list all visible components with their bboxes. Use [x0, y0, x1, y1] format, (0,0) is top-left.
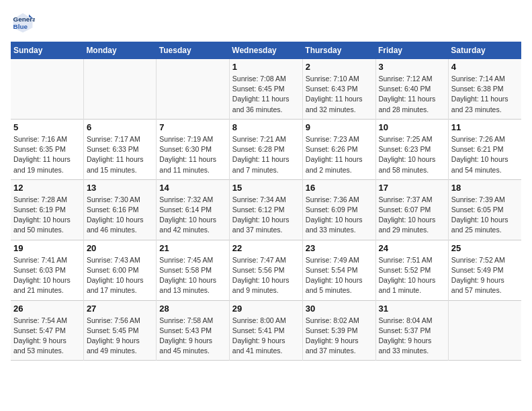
weekday-header-tuesday: Tuesday	[157, 42, 230, 59]
calendar-cell: 22Sunrise: 7:47 AM Sunset: 5:56 PM Dayli…	[229, 240, 302, 300]
day-number: 2	[306, 62, 373, 72]
calendar-cell: 14Sunrise: 7:32 AM Sunset: 6:14 PM Dayli…	[157, 179, 230, 240]
day-info: Sunrise: 7:17 AM Sunset: 6:33 PM Dayligh…	[87, 134, 153, 175]
day-info: Sunrise: 7:45 AM Sunset: 5:58 PM Dayligh…	[159, 255, 226, 296]
weekday-header-saturday: Saturday	[448, 42, 521, 59]
day-number: 26	[13, 304, 81, 314]
day-number: 22	[232, 243, 300, 253]
day-info: Sunrise: 8:02 AM Sunset: 5:39 PM Dayligh…	[306, 316, 373, 357]
day-info: Sunrise: 7:14 AM Sunset: 6:38 PM Dayligh…	[451, 74, 519, 115]
day-number: 14	[159, 183, 226, 193]
day-number: 8	[232, 122, 300, 132]
calendar-cell	[157, 59, 230, 119]
calendar-cell: 28Sunrise: 7:58 AM Sunset: 5:43 PM Dayli…	[157, 300, 230, 361]
calendar-cell: 26Sunrise: 7:54 AM Sunset: 5:47 PM Dayli…	[11, 300, 83, 361]
day-info: Sunrise: 7:19 AM Sunset: 6:30 PM Dayligh…	[159, 134, 226, 175]
svg-text:Blue: Blue	[13, 23, 28, 30]
weekday-header-wednesday: Wednesday	[229, 42, 302, 59]
calendar-cell: 29Sunrise: 8:00 AM Sunset: 5:41 PM Dayli…	[229, 300, 302, 361]
day-number: 9	[306, 122, 373, 132]
day-number: 11	[451, 122, 519, 132]
calendar-cell: 4Sunrise: 7:14 AM Sunset: 6:38 PM Daylig…	[448, 59, 521, 119]
day-info: Sunrise: 7:54 AM Sunset: 5:47 PM Dayligh…	[13, 316, 81, 357]
calendar-cell: 17Sunrise: 7:37 AM Sunset: 6:07 PM Dayli…	[375, 179, 448, 240]
day-number: 10	[379, 122, 445, 132]
day-number: 23	[306, 243, 373, 253]
day-number: 7	[159, 122, 226, 132]
day-number: 4	[451, 62, 519, 72]
weekday-header-sunday: Sunday	[11, 42, 83, 59]
weekday-header-thursday: Thursday	[302, 42, 375, 59]
day-info: Sunrise: 8:00 AM Sunset: 5:41 PM Dayligh…	[232, 316, 300, 357]
weekday-header-row: SundayMondayTuesdayWednesdayThursdayFrid…	[11, 42, 521, 59]
calendar-row-5: 26Sunrise: 7:54 AM Sunset: 5:47 PM Dayli…	[11, 300, 521, 361]
calendar-cell: 21Sunrise: 7:45 AM Sunset: 5:58 PM Dayli…	[157, 240, 230, 300]
day-info: Sunrise: 7:10 AM Sunset: 6:43 PM Dayligh…	[306, 74, 373, 115]
calendar-cell: 2Sunrise: 7:10 AM Sunset: 6:43 PM Daylig…	[302, 59, 375, 119]
calendar-cell: 8Sunrise: 7:21 AM Sunset: 6:28 PM Daylig…	[229, 119, 302, 179]
day-info: Sunrise: 7:36 AM Sunset: 6:09 PM Dayligh…	[306, 195, 373, 236]
day-number: 1	[232, 62, 300, 72]
day-number: 28	[159, 304, 226, 314]
calendar-cell: 6Sunrise: 7:17 AM Sunset: 6:33 PM Daylig…	[83, 119, 156, 179]
calendar-cell: 3Sunrise: 7:12 AM Sunset: 6:40 PM Daylig…	[375, 59, 448, 119]
calendar-cell	[11, 59, 83, 119]
calendar-cell: 15Sunrise: 7:34 AM Sunset: 6:12 PM Dayli…	[229, 179, 302, 240]
logo: General Blue	[11, 11, 38, 35]
calendar-cell: 16Sunrise: 7:36 AM Sunset: 6:09 PM Dayli…	[302, 179, 375, 240]
day-info: Sunrise: 8:04 AM Sunset: 5:37 PM Dayligh…	[379, 316, 445, 357]
day-number: 20	[87, 243, 153, 253]
calendar-cell: 31Sunrise: 8:04 AM Sunset: 5:37 PM Dayli…	[375, 300, 448, 361]
calendar-cell: 1Sunrise: 7:08 AM Sunset: 6:45 PM Daylig…	[229, 59, 302, 119]
day-info: Sunrise: 7:21 AM Sunset: 6:28 PM Dayligh…	[232, 134, 300, 175]
svg-text:General: General	[13, 15, 35, 23]
calendar-cell: 30Sunrise: 8:02 AM Sunset: 5:39 PM Dayli…	[302, 300, 375, 361]
day-number: 27	[87, 304, 153, 314]
page-header: General Blue	[11, 11, 521, 35]
day-number: 29	[232, 304, 300, 314]
day-info: Sunrise: 7:28 AM Sunset: 6:19 PM Dayligh…	[13, 195, 81, 236]
day-info: Sunrise: 7:56 AM Sunset: 5:45 PM Dayligh…	[87, 316, 153, 357]
day-number: 30	[306, 304, 373, 314]
calendar-cell: 7Sunrise: 7:19 AM Sunset: 6:30 PM Daylig…	[157, 119, 230, 179]
day-info: Sunrise: 7:30 AM Sunset: 6:16 PM Dayligh…	[87, 195, 153, 236]
day-info: Sunrise: 7:37 AM Sunset: 6:07 PM Dayligh…	[379, 195, 445, 236]
weekday-header-friday: Friday	[375, 42, 448, 59]
day-info: Sunrise: 7:25 AM Sunset: 6:23 PM Dayligh…	[379, 134, 445, 175]
day-number: 5	[13, 122, 81, 132]
day-number: 17	[379, 183, 445, 193]
day-number: 16	[306, 183, 373, 193]
calendar-cell: 10Sunrise: 7:25 AM Sunset: 6:23 PM Dayli…	[375, 119, 448, 179]
day-number: 19	[13, 243, 81, 253]
calendar-row-3: 12Sunrise: 7:28 AM Sunset: 6:19 PM Dayli…	[11, 179, 521, 240]
day-info: Sunrise: 7:32 AM Sunset: 6:14 PM Dayligh…	[159, 195, 226, 236]
day-info: Sunrise: 7:08 AM Sunset: 6:45 PM Dayligh…	[232, 74, 300, 115]
day-info: Sunrise: 7:41 AM Sunset: 6:03 PM Dayligh…	[13, 255, 81, 296]
calendar-cell: 13Sunrise: 7:30 AM Sunset: 6:16 PM Dayli…	[83, 179, 156, 240]
calendar-row-2: 5Sunrise: 7:16 AM Sunset: 6:35 PM Daylig…	[11, 119, 521, 179]
day-info: Sunrise: 7:16 AM Sunset: 6:35 PM Dayligh…	[13, 134, 81, 175]
day-info: Sunrise: 7:49 AM Sunset: 5:54 PM Dayligh…	[306, 255, 373, 296]
day-info: Sunrise: 7:34 AM Sunset: 6:12 PM Dayligh…	[232, 195, 300, 236]
day-info: Sunrise: 7:51 AM Sunset: 5:52 PM Dayligh…	[379, 255, 445, 296]
calendar-cell: 27Sunrise: 7:56 AM Sunset: 5:45 PM Dayli…	[83, 300, 156, 361]
day-info: Sunrise: 7:23 AM Sunset: 6:26 PM Dayligh…	[306, 134, 373, 175]
calendar-cell: 11Sunrise: 7:26 AM Sunset: 6:21 PM Dayli…	[448, 119, 521, 179]
calendar-cell: 23Sunrise: 7:49 AM Sunset: 5:54 PM Dayli…	[302, 240, 375, 300]
calendar-cell: 25Sunrise: 7:52 AM Sunset: 5:49 PM Dayli…	[448, 240, 521, 300]
day-number: 31	[379, 304, 445, 314]
day-info: Sunrise: 7:43 AM Sunset: 6:00 PM Dayligh…	[87, 255, 153, 296]
calendar-cell	[83, 59, 156, 119]
calendar-cell: 9Sunrise: 7:23 AM Sunset: 6:26 PM Daylig…	[302, 119, 375, 179]
calendar-cell: 5Sunrise: 7:16 AM Sunset: 6:35 PM Daylig…	[11, 119, 83, 179]
day-number: 18	[451, 183, 519, 193]
day-info: Sunrise: 7:52 AM Sunset: 5:49 PM Dayligh…	[451, 255, 519, 296]
calendar-cell: 12Sunrise: 7:28 AM Sunset: 6:19 PM Dayli…	[11, 179, 83, 240]
calendar-row-1: 1Sunrise: 7:08 AM Sunset: 6:45 PM Daylig…	[11, 59, 521, 119]
day-info: Sunrise: 7:12 AM Sunset: 6:40 PM Dayligh…	[379, 74, 445, 115]
day-info: Sunrise: 7:58 AM Sunset: 5:43 PM Dayligh…	[159, 316, 226, 357]
calendar-cell	[448, 300, 521, 361]
day-info: Sunrise: 7:39 AM Sunset: 6:05 PM Dayligh…	[451, 195, 519, 236]
calendar-cell: 20Sunrise: 7:43 AM Sunset: 6:00 PM Dayli…	[83, 240, 156, 300]
calendar-row-4: 19Sunrise: 7:41 AM Sunset: 6:03 PM Dayli…	[11, 240, 521, 300]
